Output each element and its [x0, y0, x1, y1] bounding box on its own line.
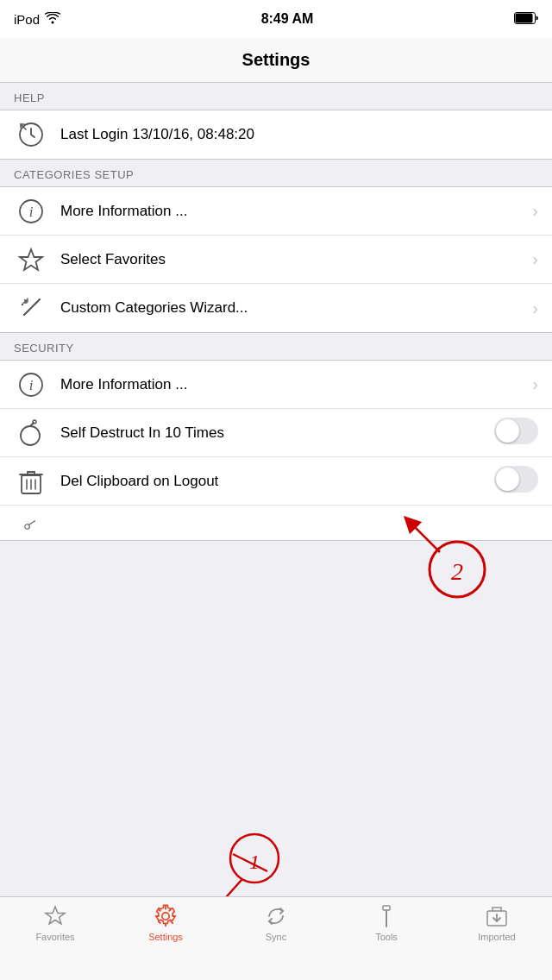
row-del-clipboard[interactable]: Del Clipboard on Logout — [0, 457, 552, 506]
wand-icon — [14, 291, 48, 325]
trash-icon — [14, 464, 48, 499]
clock-icon — [14, 117, 48, 152]
nav-bar: Settings — [0, 38, 552, 83]
custom-categories-label: Custom Categories Wizard... — [60, 299, 525, 317]
tab-imported-icon — [485, 904, 509, 928]
section-security: SECURITY i More Information ... › — [0, 333, 552, 541]
svg-line-25 — [29, 521, 35, 525]
section-header-categories: CATEGORIES SETUP — [0, 160, 552, 186]
del-clipboard-toggle[interactable] — [494, 466, 538, 497]
chevron-icon: › — [532, 201, 538, 221]
self-destruct-label: Self Destruct In 10 Times — [60, 424, 487, 442]
tab-bar: Favorites Settings — [0, 896, 552, 980]
tab-favorites[interactable]: Favorites — [0, 904, 110, 942]
more-info-sec-label: More Information ... — [60, 376, 525, 393]
svg-marker-5 — [20, 249, 42, 270]
tab-imported[interactable]: Imported — [442, 904, 552, 942]
section-help: HELP Last Login 13/10/16, 08:48:20 — [0, 83, 552, 160]
tab-sync[interactable]: Sync — [221, 904, 331, 942]
tab-settings-icon — [154, 904, 178, 928]
tab-settings-label: Settings — [148, 932, 183, 942]
svg-point-28 — [230, 834, 279, 883]
info-icon-sec: i — [14, 368, 48, 402]
tab-sync-icon — [264, 904, 288, 928]
select-favorites-label: Select Favorites — [60, 251, 525, 268]
row-partial — [0, 506, 552, 540]
partial-icon — [14, 506, 48, 540]
section-header-help: HELP — [0, 83, 552, 110]
bomb-icon — [14, 416, 48, 450]
tab-tools[interactable]: Tools — [331, 904, 442, 942]
svg-marker-32 — [46, 907, 65, 924]
row-select-favorites[interactable]: Select Favorites › — [0, 236, 552, 284]
tab-sync-label: Sync — [266, 932, 286, 942]
status-bar: iPod 8:49 AM — [0, 0, 552, 38]
battery-icon — [514, 12, 538, 27]
svg-rect-1 — [515, 13, 532, 22]
chevron-icon: › — [532, 249, 538, 269]
tab-tools-label: Tools — [375, 932, 398, 942]
status-right — [514, 12, 538, 27]
table-section-help: Last Login 13/10/16, 08:48:20 — [0, 110, 552, 160]
svg-point-16 — [21, 426, 40, 445]
svg-text:i: i — [29, 204, 34, 220]
device-label: iPod — [14, 12, 40, 27]
self-destruct-toggle[interactable] — [494, 418, 538, 449]
svg-line-6 — [24, 303, 36, 315]
table-section-security: i More Information ... › — [0, 360, 552, 541]
row-more-info-cat[interactable]: i More Information ... › — [0, 187, 552, 236]
table-section-categories: i More Information ... › Select Favorite… — [0, 186, 552, 333]
tab-tools-icon — [374, 904, 398, 928]
tab-imported-label: Imported — [478, 932, 515, 942]
svg-text:1: 1 — [249, 851, 260, 873]
status-left: iPod — [14, 12, 60, 27]
row-last-login[interactable]: Last Login 13/10/16, 08:48:20 — [0, 110, 552, 159]
tab-settings[interactable]: Settings — [110, 904, 221, 942]
page-title: Settings — [242, 50, 310, 70]
svg-text:i: i — [29, 377, 34, 393]
last-login-label: Last Login 13/10/16, 08:48:20 — [60, 126, 538, 143]
tab-favorites-icon — [43, 904, 67, 928]
section-categories: CATEGORIES SETUP i More Information ... … — [0, 160, 552, 333]
row-custom-categories[interactable]: Custom Categories Wizard... › — [0, 284, 552, 332]
star-icon-fav — [14, 242, 48, 277]
row-self-destruct[interactable]: Self Destruct In 10 Times — [0, 409, 552, 457]
wifi-icon — [45, 12, 60, 27]
row-more-info-sec[interactable]: i More Information ... › — [0, 361, 552, 409]
more-info-cat-label: More Information ... — [60, 203, 525, 220]
svg-point-18 — [33, 420, 36, 424]
chevron-icon: › — [532, 374, 538, 394]
svg-line-7 — [36, 299, 40, 303]
svg-point-33 — [162, 913, 169, 920]
chevron-icon: › — [532, 298, 538, 318]
info-icon-cat: i — [14, 194, 48, 229]
svg-point-9 — [22, 304, 23, 305]
tab-favorites-label: Favorites — [35, 932, 74, 942]
status-time: 8:49 AM — [261, 11, 314, 27]
main-content: HELP Last Login 13/10/16, 08:48:20 — [0, 83, 552, 625]
section-header-security: SECURITY — [0, 333, 552, 360]
del-clipboard-label: Del Clipboard on Logout — [60, 473, 487, 490]
